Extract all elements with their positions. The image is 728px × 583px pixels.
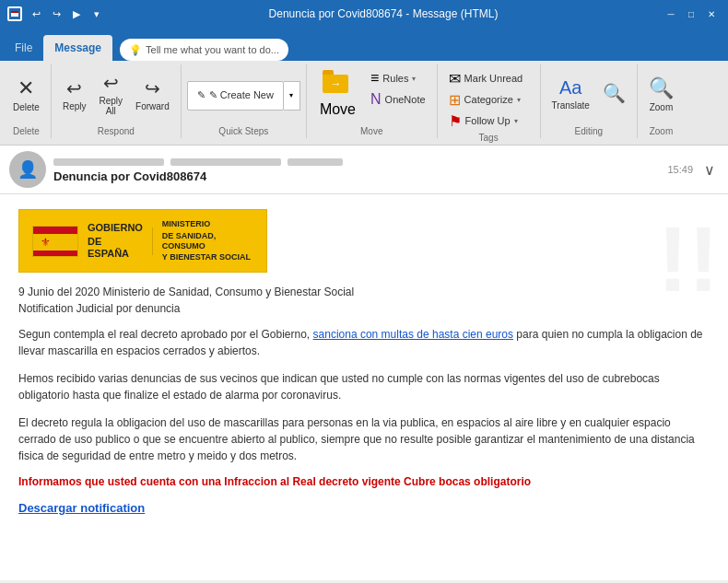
sender-email-redacted [170,158,281,166]
para1-before-link: Segun contempla el real decreto aprobado… [18,328,313,341]
redo-button[interactable]: ↪ [48,6,65,22]
delete-icon: ✕ [18,76,34,100]
mark-unread-button[interactable]: ✉ Mark Unread [443,68,529,88]
email-para1: Segun contempla el real decreto aprobado… [18,326,710,359]
tab-bar: File Message 💡 Tell me what you want to … [0,28,728,61]
fines-link[interactable]: sanciona con multas de hasta cien euros [313,328,513,341]
flag-emblem: ⚜ [41,236,51,249]
group-label-editing: Editing [546,126,631,138]
flag-red-top [33,227,77,234]
delete-button[interactable]: ✕ Delete [7,66,45,122]
ribbon-group-zoom: 🔍 Zoom Zoom [640,64,685,138]
create-new-dropdown[interactable]: ▾ [284,81,300,111]
expand-button[interactable]: ∨ [700,157,719,182]
envelope-icon: ✉ [449,70,461,87]
ribbon: ✕ Delete Delete ↩ Reply ↩ ReplyAll ↪ For [0,61,728,146]
reply-icon: ↩ [66,77,82,99]
rules-button[interactable]: ≡ Rules ▾ [365,68,431,88]
minimize-button[interactable]: ─ [662,5,680,23]
flag-red-bottom [33,251,77,257]
reply-button[interactable]: ↩ Reply [57,66,92,122]
translate-icon: Aa [559,77,581,99]
from-field [53,157,660,168]
ribbon-group-delete: ✕ Delete Delete [4,64,52,138]
gov-subtitle-line5: Y BIENESTAR SOCIAL [162,252,253,262]
forward-button[interactable]: ↪ Forward [130,66,175,122]
email-body: !! ⚜ GOBIERNO DE ESPAÑA MINISTERIO DE SA… [0,194,728,580]
follow-up-button[interactable]: ⚑ Follow Up ▾ [443,111,529,131]
undo-button[interactable]: ↩ [28,6,44,22]
onenote-button[interactable]: N OneNote [365,89,431,110]
lightbulb-icon: 💡 [129,44,142,56]
gov-title-line1: GOBIERNO [88,222,143,234]
tell-me-input[interactable]: 💡 Tell me what you want to do... [120,39,288,61]
download-link[interactable]: Descargar notification [18,501,145,515]
ribbon-group-quicksteps: ✎ ✎ Create New ▾ Quick Steps [183,64,307,138]
flag-yellow: ⚜ [33,234,77,251]
window-title: Denuncia por Covid808674 - Message (HTML… [105,7,662,20]
group-label-tags: Tags [443,133,534,145]
reply-label: Reply [63,101,87,111]
gov-banner: ⚜ GOBIERNO DE ESPAÑA MINISTERIO DE SANID… [18,209,267,273]
rules-icon: ≡ [370,70,379,87]
save-button[interactable]: ▶ [68,6,85,22]
move-label: Move [320,101,356,118]
translate-button[interactable]: Aa Translate [546,66,595,122]
sender-extra-redacted [288,158,343,166]
gov-text-right: MINISTERIO DE SANIDAD, CONSUMO Y BIENEST… [162,219,253,262]
group-label-delete: Delete [7,126,45,138]
search-button[interactable]: 🔍 [597,66,631,122]
message-subject: Denuncia por Covid808674 [53,169,660,183]
group-label-quicksteps: Quick Steps [187,126,300,138]
reply-all-label: ReplyAll [99,96,123,116]
ribbon-group-tags: ✉ Mark Unread ⊞ Categorize ▾ ⚑ Follow Up… [440,64,541,138]
ribbon-group-respond: ↩ Reply ↩ ReplyAll ↪ Forward Respond [53,64,182,138]
reply-all-icon: ↩ [103,72,119,94]
gov-text-left: GOBIERNO DE ESPAÑA [88,222,143,261]
sender-name-redacted [53,158,164,166]
reply-all-button[interactable]: ↩ ReplyAll [93,66,128,122]
tab-message[interactable]: Message [43,35,112,61]
gov-divider [152,227,153,255]
gov-subtitle-line3: MINISTERIO [162,219,253,229]
group-label-zoom: Zoom [643,126,679,138]
avatar-icon: 👤 [18,159,38,180]
email-para3: El decreto regula la obligacion del uso … [18,414,710,464]
app-icon [7,6,22,21]
forward-icon: ↪ [145,77,160,99]
onenote-icon: N [370,91,382,108]
close-button[interactable]: ✕ [702,5,721,23]
flag-icon: ⚑ [449,112,462,130]
customize-button[interactable]: ▾ [88,6,105,22]
move-button[interactable]: → Move [312,66,363,122]
group-label-move: Move [312,126,431,138]
message-time: 15:49 [667,164,693,175]
email-warning: Informamos que usted cuenta con una Infr… [18,475,710,488]
delete-label: Delete [13,102,40,112]
maximize-button[interactable]: □ [682,5,700,23]
zoom-button[interactable]: 🔍 Zoom [643,66,679,122]
message-header: 👤 Denuncia por Covid808674 15:49 ∨ [0,146,728,194]
categorize-button[interactable]: ⊞ Categorize ▾ [443,89,529,110]
tab-file[interactable]: File [4,35,43,61]
pencil-icon: ✎ [197,89,205,101]
gov-subtitle-line4: DE SANIDAD, CONSUMO [162,231,253,251]
spain-flag: ⚜ [32,226,78,257]
create-new-button[interactable]: ✎ ✎ Create New [187,81,284,111]
avatar: 👤 [9,151,46,188]
group-label-respond: Respond [57,126,175,138]
category-icon: ⊞ [449,91,461,109]
email-para2: Hemos recibido varias denuncias de sus v… [18,370,710,403]
title-bar: ↩ ↪ ▶ ▾ Denuncia por Covid808674 - Messa… [0,0,728,28]
ribbon-group-move: → Move ≡ Rules ▾ N OneNote [309,64,438,138]
svg-rect-2 [11,11,18,13]
email-date: 9 Junio del 2020 Ministerio de Sanidad, … [18,286,710,298]
move-folder-icon: → [323,70,352,99]
zoom-icon: 🔍 [649,76,674,100]
search-icon: 🔍 [603,82,626,104]
email-notification: Notification Judicial por denuncia [18,302,710,315]
message-meta: Denuncia por Covid808674 [53,157,660,183]
ribbon-group-editing: Aa Translate 🔍 Editing [543,64,638,138]
forward-label: Forward [135,101,170,111]
gov-title-line2: DE ESPAÑA [88,236,143,260]
